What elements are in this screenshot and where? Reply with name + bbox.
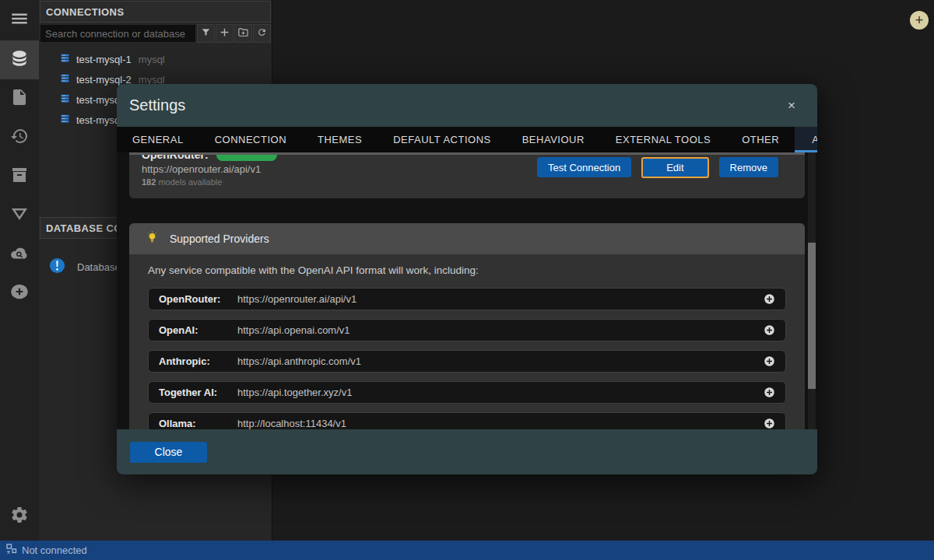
- new-folder-button[interactable]: [234, 24, 252, 43]
- plus-icon: [219, 26, 230, 40]
- connection-name: test-mysql-1: [76, 54, 132, 65]
- provider-row-ollama: Ollama: http://localhost:11434/v1: [148, 412, 786, 429]
- provider-row-openai: OpenAI: https://api.openai.com/v1: [148, 319, 786, 341]
- provider-name: OpenRouter:: [142, 155, 209, 161]
- provider-row-url: http://localhost:11434/v1: [237, 418, 346, 429]
- menu-icon: [9, 9, 30, 32]
- modal-title: Settings: [129, 96, 778, 114]
- connection-row[interactable]: test-mysql-1 mysql: [39, 49, 272, 69]
- provider-row-url: https://api.anthropic.com/v1: [237, 355, 361, 367]
- settings-modal: Settings × GENERAL CONNECTION THEMES DEF…: [117, 84, 817, 474]
- tab-ai[interactable]: AI: [795, 127, 817, 152]
- tab-external-tools[interactable]: EXTERNAL TOOLS: [600, 127, 726, 152]
- refresh-button[interactable]: [253, 24, 271, 43]
- activity-bar: [0, 0, 39, 541]
- configured-provider-card: OpenRouter: https://openrouter.ai/api/v1…: [129, 152, 805, 198]
- supported-providers-title: Supported Providers: [170, 233, 269, 245]
- tab-behaviour[interactable]: BEHAVIOUR: [507, 127, 600, 152]
- status-bar: Not connected: [0, 541, 934, 560]
- test-connection-button[interactable]: Test Connection: [537, 157, 631, 177]
- sidebar-item-history[interactable]: [0, 118, 39, 157]
- app-root: CONNECTIONS: [0, 0, 934, 560]
- database-icon: [9, 48, 30, 72]
- modal-header: Settings ×: [117, 84, 817, 127]
- supported-providers-card: Supported Providers Any service compatib…: [129, 223, 805, 429]
- sidebar-item-cloud[interactable]: [0, 235, 39, 274]
- sidebar-item-files[interactable]: [0, 79, 39, 118]
- provider-row-url: https://api.openai.com/v1: [237, 324, 350, 336]
- sidebar-item-connections[interactable]: [0, 40, 39, 79]
- tab-other[interactable]: OTHER: [726, 127, 795, 152]
- connection-db-icon: [60, 114, 76, 126]
- new-folder-icon: [237, 26, 249, 41]
- provider-row-openrouter: OpenRouter: https://openrouter.ai/api/v1: [148, 288, 786, 310]
- filter-icon: [201, 26, 211, 40]
- sidebar-item-filters[interactable]: [0, 196, 39, 235]
- add-connection-button[interactable]: [216, 24, 234, 43]
- provider-row-url: https://openrouter.ai/api/v1: [237, 293, 356, 305]
- tab-connection[interactable]: CONNECTION: [199, 127, 302, 152]
- modal-scrollbar-thumb[interactable]: [808, 243, 816, 389]
- refresh-icon: [257, 26, 267, 40]
- provider-row-name: OpenRouter:: [159, 293, 237, 305]
- edit-button[interactable]: Edit: [641, 157, 708, 178]
- tab-themes[interactable]: THEMES: [302, 127, 377, 152]
- plus-circle-icon: [9, 282, 30, 305]
- add-provider-icon[interactable]: [764, 387, 775, 398]
- supported-providers-intro: Any service compatible with the OpenAI A…: [148, 264, 786, 277]
- tab-general[interactable]: GENERAL: [117, 127, 199, 152]
- settings-tabbar: GENERAL CONNECTION THEMES DEFAULT ACTION…: [117, 127, 817, 152]
- provider-row-anthropic: Anthropic: https://api.anthropic.com/v1: [148, 350, 786, 373]
- file-icon: [10, 88, 29, 110]
- new-tab-button[interactable]: +: [910, 11, 929, 30]
- status-text: Not connected: [22, 544, 87, 556]
- sidebar-item-archive[interactable]: [0, 157, 39, 196]
- add-provider-icon[interactable]: [764, 293, 775, 305]
- archive-icon: [10, 166, 29, 187]
- connection-engine: mysql: [139, 54, 165, 65]
- provider-row-url: https://api.together.xyz/v1: [237, 387, 352, 398]
- tab-default-actions[interactable]: DEFAULT ACTIONS: [377, 127, 507, 152]
- sidebar-item-add[interactable]: [0, 274, 39, 313]
- filter-button[interactable]: [197, 24, 215, 43]
- cloud-search-icon: [9, 243, 30, 266]
- connection-db-icon: [60, 73, 76, 86]
- remove-button[interactable]: Remove: [719, 157, 778, 177]
- connection-db-icon: [60, 93, 76, 106]
- close-button[interactable]: Close: [130, 442, 207, 463]
- menu-button[interactable]: [0, 0, 39, 40]
- provider-row-name: Together AI:: [159, 387, 237, 398]
- provider-row-together: Together AI: https://api.together.xyz/v1: [148, 381, 786, 404]
- info-icon: [48, 257, 66, 277]
- add-provider-icon[interactable]: [764, 418, 775, 429]
- add-provider-icon[interactable]: [764, 324, 775, 336]
- status-badge: [216, 155, 277, 161]
- provider-row-name: OpenAI:: [159, 324, 237, 336]
- provider-row-name: Ollama:: [159, 418, 237, 429]
- modal-footer: Close: [117, 429, 817, 474]
- history-icon: [10, 127, 29, 149]
- add-provider-icon[interactable]: [764, 355, 775, 367]
- settings-button[interactable]: [0, 497, 39, 536]
- connection-db-icon: [60, 53, 76, 65]
- supported-providers-header: Supported Providers: [129, 223, 805, 254]
- disconnected-icon: [6, 544, 17, 557]
- provider-models-info: 182 models available: [142, 177, 805, 187]
- connections-panel-title: CONNECTIONS: [40, 1, 271, 23]
- gear-icon: [10, 506, 29, 527]
- lightbulb-icon: [146, 231, 158, 247]
- settings-content: OpenRouter: https://openrouter.ai/api/v1…: [117, 152, 817, 429]
- triangle-down-icon: [10, 205, 29, 226]
- provider-row-name: Anthropic:: [159, 355, 237, 367]
- close-icon[interactable]: ×: [778, 98, 805, 114]
- search-input[interactable]: [40, 24, 196, 43]
